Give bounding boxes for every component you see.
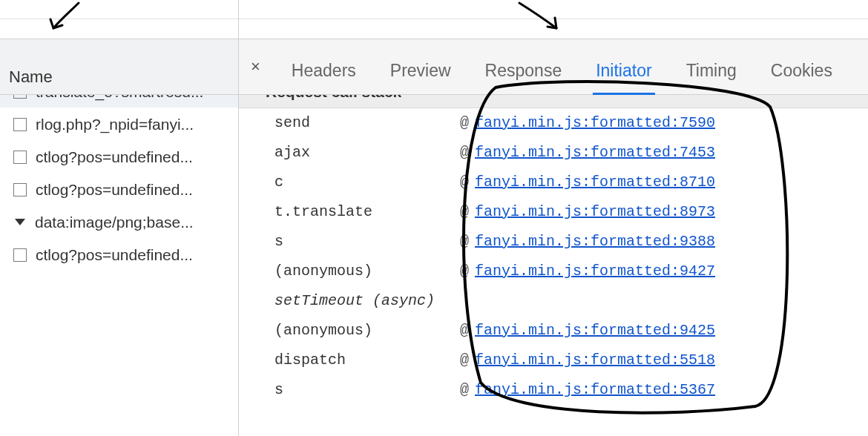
- close-icon[interactable]: ×: [246, 57, 265, 76]
- name-column-header[interactable]: Name: [0, 39, 238, 95]
- tab-timing[interactable]: Timing: [685, 56, 738, 94]
- request-list: translate_o?smartresu...rlog.php?_npid=f…: [0, 76, 238, 436]
- at-symbol: @: [460, 114, 475, 131]
- stack-source-link[interactable]: fanyi.min.js:formatted:9388: [475, 233, 715, 250]
- stack-function: s: [274, 381, 460, 398]
- tab-response[interactable]: Response: [484, 56, 564, 94]
- stack-function: dispatch: [274, 351, 460, 369]
- stack-function: ajax: [274, 144, 460, 161]
- stack-source-link[interactable]: fanyi.min.js:formatted:9427: [475, 262, 715, 280]
- request-row[interactable]: ctlog?pos=undefined...: [0, 239, 238, 271]
- stack-source-link[interactable]: fanyi.min.js:formatted:8710: [475, 174, 715, 191]
- checkbox-icon: [13, 118, 27, 131]
- stack-frame: (anonymous)@fanyi.min.js:formatted:9427: [274, 262, 853, 292]
- stack-function: (anonymous): [274, 262, 460, 280]
- tab-preview[interactable]: Preview: [389, 56, 453, 94]
- stack-frame: dispatch@fanyi.min.js:formatted:5518: [274, 351, 853, 381]
- request-list-panel: Name translate_o?smartresu...rlog.php?_n…: [0, 0, 239, 436]
- stack-frame: (anonymous)@fanyi.min.js:formatted:9425: [274, 322, 853, 351]
- at-symbol: @: [460, 174, 475, 191]
- stack-function: (anonymous): [274, 322, 460, 339]
- at-symbol: @: [460, 381, 475, 398]
- stack-source-link[interactable]: fanyi.min.js:formatted:7453: [475, 144, 715, 161]
- stack-function: setTimeout (async): [274, 292, 460, 309]
- stack-frame: s@fanyi.min.js:formatted:5367: [274, 381, 853, 411]
- details-panel: × HeadersPreviewResponseInitiatorTimingC…: [239, 0, 868, 436]
- tab-cookies[interactable]: Cookies: [769, 56, 834, 94]
- request-row[interactable]: ctlog?pos=undefined...: [0, 141, 238, 174]
- stack-function: c: [274, 174, 460, 191]
- request-name: rlog.php?_npid=fanyi...: [36, 116, 194, 133]
- tab-initiator[interactable]: Initiator: [594, 56, 653, 94]
- right-top-strip: [239, 0, 868, 19]
- left-top-strip: [0, 0, 238, 19]
- stack-function: s: [274, 233, 460, 250]
- stack-source-link[interactable]: fanyi.min.js:formatted:7590: [475, 114, 715, 131]
- request-name: ctlog?pos=undefined...: [36, 148, 193, 166]
- stack-frame: s@fanyi.min.js:formatted:9388: [274, 233, 853, 262]
- at-symbol: @: [460, 144, 475, 161]
- tab-headers[interactable]: Headers: [290, 56, 358, 94]
- at-symbol: @: [460, 203, 475, 220]
- name-header-label: Name: [9, 67, 53, 87]
- disclosure-triangle-icon: [15, 219, 25, 225]
- stack-frame: send@fanyi.min.js:formatted:7590: [274, 114, 853, 144]
- call-stack: send@fanyi.min.js:formatted:7590ajax@fan…: [239, 108, 868, 426]
- at-symbol: @: [460, 233, 475, 250]
- request-name: ctlog?pos=undefined...: [36, 246, 193, 264]
- request-name: data:image/png;base...: [35, 214, 194, 231]
- stack-frame: ajax@fanyi.min.js:formatted:7453: [274, 144, 853, 174]
- checkbox-icon: [13, 151, 27, 164]
- stack-source-link[interactable]: fanyi.min.js:formatted:9425: [475, 322, 715, 339]
- devtools-network-panel: Name translate_o?smartresu...rlog.php?_n…: [0, 0, 868, 436]
- at-symbol: @: [460, 351, 475, 369]
- request-row[interactable]: ctlog?pos=undefined...: [0, 174, 238, 206]
- stack-frame: setTimeout (async): [274, 292, 853, 322]
- at-symbol: @: [460, 262, 475, 280]
- stack-source-link[interactable]: fanyi.min.js:formatted:5518: [475, 351, 715, 369]
- details-tabs: × HeadersPreviewResponseInitiatorTimingC…: [239, 39, 868, 95]
- checkbox-icon: [13, 183, 27, 196]
- stack-function: send: [274, 114, 460, 131]
- stack-function: t.translate: [274, 203, 460, 220]
- stack-source-link[interactable]: fanyi.min.js:formatted:8973: [475, 203, 715, 220]
- request-row[interactable]: rlog.php?_npid=fanyi...: [0, 108, 238, 141]
- stack-frame: c@fanyi.min.js:formatted:8710: [274, 174, 853, 203]
- request-name: ctlog?pos=undefined...: [36, 181, 193, 199]
- checkbox-icon: [13, 248, 27, 262]
- at-symbol: @: [460, 322, 475, 339]
- stack-frame: t.translate@fanyi.min.js:formatted:8973: [274, 203, 853, 233]
- stack-source-link[interactable]: fanyi.min.js:formatted:5367: [475, 381, 715, 398]
- request-row[interactable]: data:image/png;base...: [0, 206, 238, 239]
